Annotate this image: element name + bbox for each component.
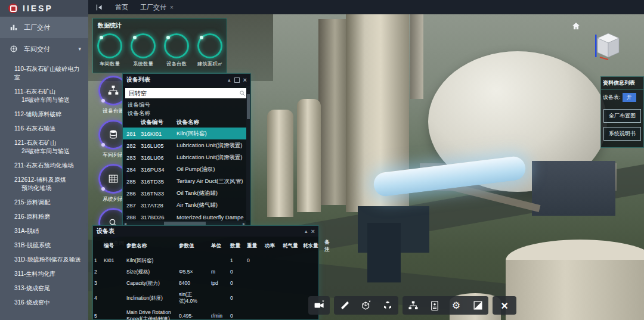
sidebar-item-112[interactable]: 112-辅助原料破碎	[0, 107, 88, 122]
camera-icon	[314, 300, 325, 311]
hierarchy-icon	[408, 300, 419, 311]
app-logo-icon	[8, 4, 18, 13]
minimize-icon[interactable]: ▴	[305, 228, 308, 234]
record-video-button[interactable]	[308, 296, 330, 315]
sidebar-item-211[interactable]: 211-石灰石预均化堆场	[0, 159, 88, 173]
vertical-scrollbar[interactable]	[246, 86, 250, 220]
wheel-icon	[10, 45, 18, 53]
gauge-ring	[197, 33, 222, 58]
minimize-icon[interactable]: ▴	[228, 77, 231, 83]
device-table-panel: 设备表 ▴ × 编号 参数名称 参数值 单位 数量 重量 功率 耗气量 耗水量 …	[92, 225, 319, 320]
bottom-toolbar: ⚙ ×	[308, 296, 516, 315]
gauge-system-count: 系统数量	[127, 33, 159, 68]
equipment-list-panel: 设备列表 ▴ × 设备编号 设备名称 设备编号 设备名称 281316KI01K…	[122, 73, 251, 227]
device-table-row[interactable]: 2Size(规格)Φ5.5×m0	[93, 266, 318, 278]
database-icon	[108, 129, 119, 140]
grid-icon	[108, 173, 119, 184]
sidebar-item-311[interactable]: 311-生料均化库	[0, 267, 88, 281]
sidebar-item-31D[interactable]: 31D-脱硫粉剂储存及输送	[0, 253, 88, 267]
sidebar-section-label: 工厂交付	[24, 23, 50, 32]
sidebar-section-label: 车间交付	[24, 45, 50, 54]
sidebar-item-215[interactable]: 215-原料调配	[0, 195, 88, 210]
panel-title: 设备表	[97, 227, 114, 235]
gauge-equipment-count: 设备台数	[160, 33, 193, 68]
search-icon[interactable]	[239, 90, 246, 97]
gauge-workshop-count: 车间数量	[94, 33, 126, 68]
device-table-toggle[interactable]: 开	[623, 93, 636, 102]
equipment-row[interactable]: 282316LU05Lubrication Unit(润滑装置)	[123, 139, 250, 151]
sidebar-item-111[interactable]: 111-石灰石矿山1#破碎车间与输送	[0, 85, 88, 107]
device-table-header: 编号 参数名称 参数值 单位 数量 重量 功率 耗气量 耗水量 备注	[93, 237, 318, 255]
gear-icon: ⚙	[452, 301, 460, 310]
device-table-row[interactable]: 3Capacity(能力)8400tpd0	[93, 278, 318, 289]
sidebar-item-313[interactable]: 313-烧成窑尾	[0, 281, 88, 296]
topbar: 首页 工厂交付 ×	[88, 0, 644, 14]
gauge-building-area: 建筑面积㎡	[194, 33, 226, 68]
equipment-list-header: 设备编号 设备名称	[123, 117, 250, 128]
scene-silo	[297, 99, 321, 212]
model-move-button[interactable]	[355, 296, 377, 315]
gauge-ring	[97, 33, 122, 58]
scene-silo-body	[506, 260, 644, 320]
sidebar-item-110[interactable]: 110-石灰石矿山破碎电力室	[0, 62, 88, 85]
device-table-row[interactable]: 5Main Drive Rotation Speed(主传动转速)0.495-r…	[93, 307, 318, 320]
maximize-icon[interactable]	[234, 77, 240, 83]
cube-arrow-icon	[361, 300, 371, 311]
home-icon[interactable]	[571, 21, 581, 33]
close-toolbar-button[interactable]: ×	[493, 296, 516, 315]
image-contrast-icon	[473, 300, 483, 310]
plant-layout-button[interactable]: 全厂布置图	[603, 109, 641, 123]
property-card-button[interactable]	[424, 296, 445, 315]
gauge-ring	[164, 33, 189, 58]
sidebar-item-31A[interactable]: 31A-脱硝	[0, 224, 88, 238]
equipment-row[interactable]: 286316TN33Oil Tank(储油罐)	[123, 187, 250, 199]
equipment-row[interactable]: 283316LU06Lubrication Unit(润滑装置)	[123, 151, 250, 163]
tab-close-icon[interactable]: ×	[170, 4, 174, 11]
equipment-search-input[interactable]	[128, 89, 239, 97]
filter-equipment-code[interactable]: 设备编号	[128, 101, 246, 109]
equipment-row[interactable]: 287317AT28Air Tank(储气罐)	[123, 199, 250, 211]
equipment-row[interactable]: 285316TD35Tertiary Air Duct(三次风管)	[123, 175, 250, 187]
scene-dark-structure	[367, 223, 401, 282]
stats-panel: 数据统计 车间数量 系统数量 设备台数 建筑面积㎡	[92, 18, 227, 73]
nav-home[interactable]: 首页	[115, 3, 128, 12]
hierarchy-icon	[107, 85, 119, 97]
app-logo: IIESP	[0, 0, 88, 17]
structure-tree-button[interactable]	[402, 296, 424, 315]
system-manual-button[interactable]: 系统说明书	[603, 127, 641, 141]
view-cube[interactable]	[594, 31, 620, 63]
scene-tower-secondary	[318, 19, 346, 205]
sidebar-workshop-list: 110-石灰石矿山破碎电力室 111-石灰石矿山1#破碎车间与输送 112-辅助…	[0, 60, 88, 310]
device-table-row[interactable]: 4Inclination(斜度)sin(正弦)4.0%0	[93, 289, 318, 307]
equipment-row[interactable]: 284316PU34Oil Pump(油泵)	[123, 163, 250, 175]
panel-title: 设备列表	[126, 76, 150, 84]
equipment-row[interactable]: 281316KI01Kiln(回转窑)	[123, 128, 250, 139]
cube-explode-icon	[382, 300, 393, 311]
sidebar-item-116[interactable]: 116-石灰石输送	[0, 122, 88, 136]
screenshot-button[interactable]	[467, 296, 488, 315]
close-icon[interactable]: ×	[311, 228, 315, 235]
sidebar-item-121[interactable]: 121-石灰石矿山2#破碎车间与输送	[0, 136, 88, 159]
filter-equipment-name[interactable]: 设备名称	[128, 109, 246, 117]
device-table-toggle-label: 设备表:	[603, 94, 621, 101]
collapse-sidebar-icon[interactable]	[95, 4, 103, 11]
sidebar-item-212612[interactable]: 212612-辅料及原煤预均化堆场	[0, 173, 88, 195]
close-icon[interactable]: ×	[243, 76, 247, 83]
chevron-down-icon[interactable]: ▾	[78, 46, 81, 52]
explode-view-button[interactable]	[377, 296, 398, 315]
equipment-list-titlebar[interactable]: 设备列表 ▴ ×	[123, 74, 250, 86]
sidebar-item-216[interactable]: 216-原料粉磨	[0, 210, 88, 224]
gauge-ring	[131, 33, 156, 58]
app-logo-text: IIESP	[23, 4, 53, 13]
measure-button[interactable]	[334, 296, 355, 315]
settings-button[interactable]: ⚙	[445, 296, 467, 315]
sidebar-item-factory-delivery[interactable]: 工厂交付	[0, 17, 88, 38]
sidebar-item-workshop-delivery[interactable]: 车间交付 ▾	[0, 38, 88, 60]
app-window: IIESP 工厂交付 车间交付 ▾ 110-石灰石矿山破碎电力室 111-石灰石…	[0, 0, 644, 320]
sidebar-item-31B[interactable]: 31B-脱硫系统	[0, 238, 88, 253]
device-table-row[interactable]: 1KI01Kiln(回转窑)10	[93, 255, 318, 266]
device-table-titlebar[interactable]: 设备表 ▴ ×	[93, 226, 318, 237]
equipment-search-box	[125, 88, 248, 98]
sidebar-item-316[interactable]: 316-烧成窑中	[0, 296, 88, 310]
tab-factory-delivery[interactable]: 工厂交付 ×	[140, 3, 174, 12]
